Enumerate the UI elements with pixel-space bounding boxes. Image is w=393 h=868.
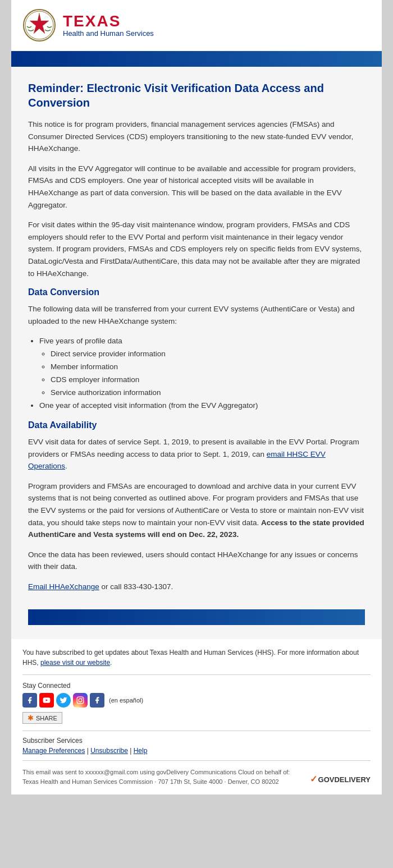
govdelivery-logo: ✓ GOVDELIVERY <box>310 773 371 786</box>
espanol-label: (en español) <box>109 697 143 704</box>
footer-subscription: You have subscribed to get updates about… <box>22 647 371 675</box>
data-availability-paragraph1: EVV visit data for dates of service Sept… <box>28 436 365 472</box>
footer-social-section: Stay Connected <box>22 675 371 731</box>
svg-point-5 <box>81 698 83 699</box>
subscriber-section: Subscriber Services Manage Preferences |… <box>22 731 371 761</box>
svg-rect-3 <box>77 697 84 704</box>
bottom-banner <box>28 609 365 625</box>
page-title: Reminder: Electronic Visit Verification … <box>28 81 365 110</box>
facebook-espanol-icon[interactable] <box>90 693 104 708</box>
data-conversion-heading: Data Conversion <box>28 287 365 297</box>
bullet-profile-data: Five years of profile data Direct servic… <box>39 335 365 399</box>
data-availability-heading: Data Availability <box>28 420 365 430</box>
aggregator-paragraph: All visits in the EVV Aggregator will co… <box>28 163 365 211</box>
footer-bottom-text: This email was sent to xxxxxx@gmail.com … <box>22 768 310 786</box>
hhs-name: Health and Human Services <box>63 29 154 38</box>
top-banner <box>11 51 382 67</box>
main-bullet-list: Five years of profile data Direct servic… <box>39 335 365 412</box>
subscriber-links-row: Manage Preferences | Unsubscribe | Help <box>22 747 371 755</box>
svg-point-4 <box>79 699 82 702</box>
instagram-icon[interactable] <box>73 693 88 708</box>
facebook-icon[interactable] <box>22 693 37 708</box>
stay-connected-label: Stay Connected <box>22 682 371 690</box>
header: TEXAS Health and Human Services <box>11 0 382 51</box>
share-icon: ✱ <box>28 714 34 722</box>
data-availability-paragraph3: Once the data has been reviewed, users s… <box>28 549 365 573</box>
hhaexchange-email-link[interactable]: Email HHAeXchange <box>28 582 99 591</box>
sub-bullet-1: Direct service provider information <box>51 348 365 361</box>
sub-bullet-4: Service authorization information <box>51 387 365 399</box>
govdelivery-check-icon: ✓ <box>310 773 317 786</box>
data-conversion-intro: The following data will be transferred f… <box>28 303 365 327</box>
sub-bullet-list: Direct service provider information Memb… <box>51 348 365 399</box>
share-label: SHARE <box>36 715 57 722</box>
logo-text: TEXAS Health and Human Services <box>63 13 154 38</box>
bullet-visit-info: One year of accepted visit information (… <box>39 399 365 412</box>
youtube-icon[interactable] <box>39 693 54 708</box>
main-content: Reminder: Electronic Visit Verification … <box>11 67 382 639</box>
texas-seal-icon <box>22 8 56 42</box>
govdelivery-name: GOVDELIVERY <box>318 774 371 786</box>
sub-bullet-3: CDS employer information <box>51 374 365 387</box>
subscriber-services-label: Subscriber Services <box>22 737 371 745</box>
help-link[interactable]: Help <box>134 747 148 755</box>
email-hhaexchange-paragraph: Email HHAeXchange or call 833-430-1307. <box>28 581 365 593</box>
manage-preferences-link[interactable]: Manage Preferences <box>22 747 85 755</box>
footer: You have subscribed to get updates about… <box>11 639 382 794</box>
social-icons-row: (en español) <box>22 693 371 708</box>
data-availability-paragraph2: Program providers and FMSAs are encourag… <box>28 480 365 541</box>
share-button[interactable]: ✱ SHARE <box>22 712 62 724</box>
maintenance-paragraph: For visit dates within the 95-day visit … <box>28 219 365 279</box>
unsubscribe-link[interactable]: Unsubscribe <box>90 747 128 755</box>
logo-container: TEXAS Health and Human Services <box>22 8 371 42</box>
twitter-icon[interactable] <box>56 693 71 708</box>
texas-name: TEXAS <box>63 13 154 29</box>
intro-paragraph: This notice is for program providers, fi… <box>28 118 365 155</box>
website-link[interactable]: please visit our website <box>40 659 110 667</box>
footer-bottom: This email was sent to xxxxxx@gmail.com … <box>22 761 371 786</box>
sub-bullet-2: Member information <box>51 361 365 374</box>
